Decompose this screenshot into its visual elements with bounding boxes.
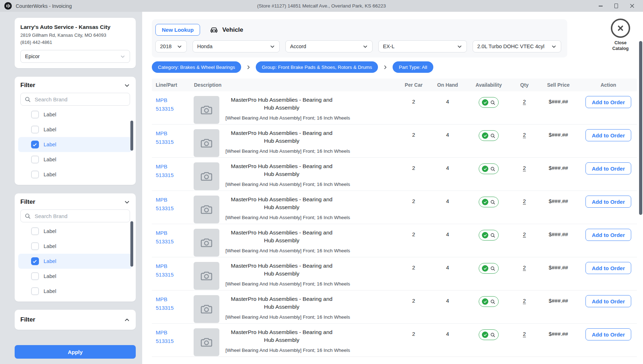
table-row: MPB 513315 MasterPro Hub As	[152, 158, 637, 191]
availability-search-icon	[490, 199, 495, 205]
filter-option[interactable]: Label	[18, 269, 132, 284]
checkbox[interactable]	[31, 171, 39, 178]
filter-option[interactable]: Label	[18, 107, 132, 122]
add-to-order-button[interactable]: Add to Order	[585, 262, 632, 274]
part-number-link[interactable]: MPB 513315	[152, 229, 190, 246]
window-maximize-button[interactable]	[611, 2, 622, 10]
part-image-placeholder[interactable]	[194, 295, 219, 323]
qty-value[interactable]: 2	[523, 331, 526, 337]
part-image-placeholder[interactable]	[194, 229, 219, 257]
availability-pill[interactable]	[479, 97, 499, 108]
filter-option[interactable]: Label	[18, 167, 132, 182]
part-title: MasterPro Hub Assemblies - Bearing and H…	[225, 328, 338, 344]
camera-icon	[200, 103, 213, 117]
checkbox[interactable]	[31, 287, 39, 295]
availability-pill[interactable]	[479, 230, 499, 241]
close-catalog-button[interactable]: Close Catalog	[607, 19, 634, 52]
catalog-source-select[interactable]: Epicor	[20, 50, 130, 63]
add-to-order-button[interactable]: Add to Order	[585, 295, 632, 307]
results-scrollbar[interactable]	[638, 12, 643, 364]
qty-value[interactable]: 2	[523, 231, 526, 237]
add-to-order-button[interactable]: Add to Order	[585, 196, 632, 208]
qty-value[interactable]: 2	[523, 98, 526, 105]
filter-option[interactable]: Label	[18, 122, 132, 137]
part-title: MasterPro Hub Assemblies - Bearing and H…	[225, 162, 338, 178]
vehicle-select[interactable]: 2018	[155, 40, 187, 52]
add-to-order-button[interactable]: Add to Order	[585, 129, 632, 141]
filter-section-2: Filter Label Label	[15, 193, 136, 302]
search-icon	[25, 96, 31, 102]
filter-option[interactable]: Label	[18, 224, 132, 239]
filter-option[interactable]: Label	[18, 284, 132, 299]
filter-option[interactable]: Label	[18, 152, 132, 167]
qty-value[interactable]: 2	[523, 264, 526, 271]
chevron-up-icon[interactable]	[124, 317, 130, 323]
qty-cell: 2	[512, 129, 537, 138]
availability-cell	[465, 96, 512, 108]
part-image-placeholder[interactable]	[194, 328, 219, 356]
filter-option[interactable]: Label	[18, 254, 132, 269]
qty-value[interactable]: 2	[523, 132, 526, 138]
apply-button[interactable]: Apply	[15, 345, 136, 359]
filter-scrollbar-thumb[interactable]	[130, 221, 133, 267]
add-to-order-button[interactable]: Add to Order	[585, 328, 632, 340]
filter-option-list: Label Label Label Label	[20, 107, 130, 182]
vehicle-select[interactable]: Accord	[285, 40, 373, 52]
checkbox[interactable]	[31, 141, 39, 148]
breadcrumb-group[interactable]: Group: Front Brake Pads & Shoes, Rotors …	[256, 61, 378, 73]
part-number-link[interactable]: MPB 513315	[152, 96, 190, 113]
qty-value[interactable]: 2	[523, 165, 526, 171]
in-stock-check-icon	[482, 232, 488, 238]
availability-pill[interactable]	[479, 296, 499, 307]
availability-pill[interactable]	[479, 163, 499, 174]
vehicle-select[interactable]: Honda	[193, 40, 280, 52]
chevron-down-icon[interactable]	[124, 199, 130, 205]
new-lookup-button[interactable]: New Lookup	[155, 24, 200, 36]
part-image-placeholder[interactable]	[194, 196, 219, 223]
part-number-link[interactable]: MPB 513315	[152, 162, 190, 180]
checkbox[interactable]	[31, 257, 39, 265]
window-close-button[interactable]	[627, 2, 637, 10]
checkbox[interactable]	[31, 227, 39, 235]
availability-pill[interactable]	[479, 130, 499, 141]
window-minimize-button[interactable]	[595, 2, 606, 10]
part-image-placeholder[interactable]	[194, 96, 219, 124]
add-to-order-button[interactable]: Add to Order	[585, 96, 632, 108]
part-image-placeholder[interactable]	[194, 262, 219, 290]
part-number-link[interactable]: MPB 513315	[152, 262, 190, 279]
on-hand-value: 4	[430, 162, 465, 171]
availability-pill[interactable]	[479, 263, 499, 274]
part-number-link[interactable]: MPB 513315	[152, 328, 190, 345]
filter-scrollbar-thumb[interactable]	[130, 121, 133, 151]
part-image-placeholder[interactable]	[194, 162, 219, 190]
add-to-order-button[interactable]: Add to Order	[585, 229, 632, 241]
table-row: MPB 513315 MasterPro Hub As	[152, 125, 637, 158]
availability-pill[interactable]	[479, 197, 499, 207]
checkbox[interactable]	[31, 242, 39, 250]
breadcrumb-part-type[interactable]: Part Type: All	[393, 61, 433, 73]
qty-value[interactable]: 2	[523, 298, 526, 304]
availability-pill[interactable]	[479, 329, 499, 340]
availability-cell	[465, 262, 512, 274]
chevron-down-icon[interactable]	[124, 82, 130, 89]
part-image-placeholder[interactable]	[194, 129, 219, 157]
part-number-link[interactable]: MPB 513315	[152, 129, 190, 146]
checkbox[interactable]	[31, 156, 39, 163]
results-scrollbar-thumb[interactable]	[639, 41, 642, 215]
car-icon	[210, 26, 218, 34]
part-number-link[interactable]: MPB 513315	[152, 196, 190, 213]
checkbox[interactable]	[31, 111, 39, 118]
filter-option[interactable]: Label	[18, 239, 132, 254]
vehicle-select[interactable]: 2.0L Turbo DOHC VTEC 4cyl	[473, 40, 561, 52]
vehicle-select[interactable]: EX-L	[378, 40, 467, 52]
qty-value[interactable]: 2	[523, 198, 526, 204]
brand-search-input[interactable]	[34, 96, 126, 103]
in-stock-check-icon	[482, 298, 488, 305]
filter-option[interactable]: Label	[18, 137, 132, 152]
checkbox[interactable]	[31, 272, 39, 280]
brand-search-input[interactable]	[34, 213, 126, 219]
checkbox[interactable]	[31, 126, 39, 133]
add-to-order-button[interactable]: Add to Order	[585, 162, 632, 175]
part-number-link[interactable]: MPB 513315	[152, 295, 190, 312]
breadcrumb-category[interactable]: Category: Brakes & Wheel Bearings	[152, 61, 241, 73]
